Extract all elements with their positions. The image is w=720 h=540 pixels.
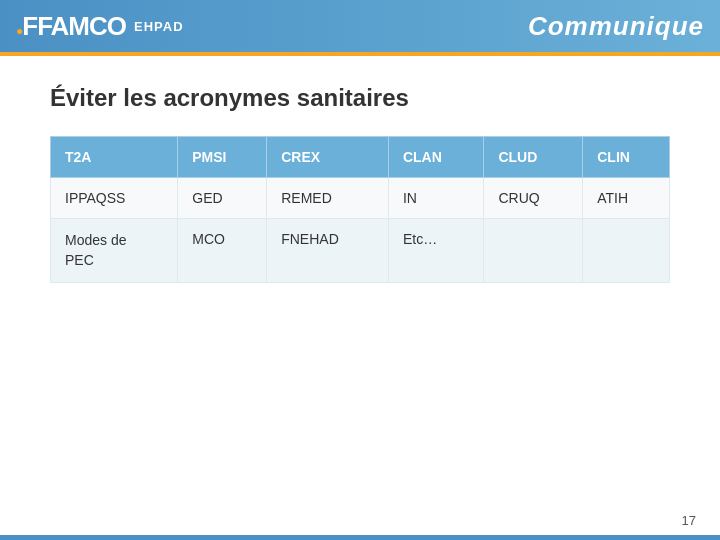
col-header-clin: CLIN (583, 137, 670, 178)
table-body: IPPAQSS GED REMED IN CRUQ ATIH Modes deP… (51, 178, 670, 283)
col-header-pmsi: PMSI (178, 137, 267, 178)
bottom-bar (0, 535, 720, 540)
cell-r1-c5: CRUQ (484, 178, 583, 219)
header-title: Communique (528, 11, 704, 42)
cell-r1-c6: ATIH (583, 178, 670, 219)
cell-r2-c4: Etc… (388, 219, 483, 283)
col-header-clud: CLUD (484, 137, 583, 178)
header: ●FFAMCO EHPAD Communique (0, 0, 720, 52)
page-number: 17 (682, 513, 696, 528)
cell-r2-c2: MCO (178, 219, 267, 283)
cell-r1-c2: GED (178, 178, 267, 219)
table-row: Modes dePEC MCO FNEHAD Etc… (51, 219, 670, 283)
page-title: Éviter les acronymes sanitaires (50, 84, 670, 112)
header-row: T2A PMSI CREX CLAN CLUD CLIN (51, 137, 670, 178)
col-header-crex: CREX (267, 137, 389, 178)
cell-r2-c5 (484, 219, 583, 283)
cell-r2-c1: Modes dePEC (51, 219, 178, 283)
cell-r1-c1: IPPAQSS (51, 178, 178, 219)
cell-r1-c4: IN (388, 178, 483, 219)
main-content: Éviter les acronymes sanitaires T2A PMSI… (0, 56, 720, 303)
table-row: IPPAQSS GED REMED IN CRUQ ATIH (51, 178, 670, 219)
cell-r2-c6 (583, 219, 670, 283)
logo-area: ●FFAMCO EHPAD (16, 11, 184, 42)
table-header: T2A PMSI CREX CLAN CLUD CLIN (51, 137, 670, 178)
logo-ehpad: EHPAD (134, 19, 184, 34)
cell-r1-c3: REMED (267, 178, 389, 219)
cell-r2-c3: FNEHAD (267, 219, 389, 283)
col-header-clan: CLAN (388, 137, 483, 178)
col-header-t2a: T2A (51, 137, 178, 178)
acronym-table: T2A PMSI CREX CLAN CLUD CLIN IPPAQSS GED… (50, 136, 670, 283)
logo-ffamco: ●FFAMCO (16, 11, 126, 42)
